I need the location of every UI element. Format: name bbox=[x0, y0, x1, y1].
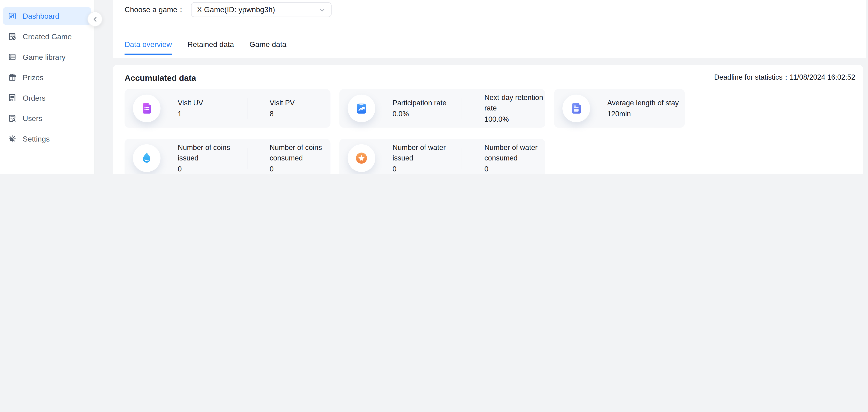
stat-value: 0 bbox=[392, 164, 462, 174]
stat-card-participation-rate: Participation rate0.0%Next-day retention… bbox=[339, 89, 545, 128]
deadline-for-statistics: Deadline for statistics：11/08/2024 16:02… bbox=[714, 72, 855, 82]
stat-number-of-coins-consumed: Number of coins consumed0 bbox=[270, 142, 339, 174]
stat-label: Average length of stay bbox=[607, 98, 686, 108]
prizes-icon bbox=[8, 73, 17, 82]
stat-value: 0 bbox=[270, 164, 339, 174]
visit-doc-icon bbox=[133, 95, 160, 122]
choose-game-label: Choose a game： bbox=[125, 5, 185, 15]
stat-value: 0.0% bbox=[392, 109, 462, 119]
stat-value: 100.0% bbox=[484, 114, 554, 125]
sidebar-item-game-library[interactable]: Game library bbox=[3, 48, 91, 66]
stat-participation-rate: Participation rate0.0% bbox=[392, 98, 462, 119]
water-star-icon bbox=[348, 144, 375, 172]
sidebar-item-label: Game library bbox=[23, 53, 65, 61]
stat-card-visit-uv: Visit UV1Visit PV8 bbox=[125, 89, 331, 128]
sidebar-item-label: Orders bbox=[23, 94, 45, 102]
sidebar-item-prizes[interactable]: Prizes bbox=[3, 69, 91, 87]
divider bbox=[247, 98, 247, 119]
stat-card-number-of-water-issued: Number of water issued0Number of water c… bbox=[339, 139, 545, 174]
tab-bar: Data overviewRetained dataGame data bbox=[125, 40, 286, 55]
accumulated-data-panel: Accumulated data Deadline for statistics… bbox=[113, 65, 863, 174]
game-library-icon bbox=[8, 53, 17, 61]
game-select[interactable]: X Game(ID: ypwnbg3h) bbox=[191, 2, 331, 17]
sidebar-item-label: Settings bbox=[23, 135, 50, 143]
stat-visit-uv: Visit UV1 bbox=[178, 98, 247, 119]
game-select-value: X Game(ID: ypwnbg3h) bbox=[197, 6, 275, 14]
stat-card-number-of-coins-issued: Number of coins issued0Number of coins c… bbox=[125, 139, 331, 174]
stat-label: Number of coins issued bbox=[178, 142, 247, 163]
stat-value: 120min bbox=[607, 109, 686, 119]
tab-game-data[interactable]: Game data bbox=[249, 40, 286, 55]
sidebar-item-settings[interactable]: Settings bbox=[3, 130, 91, 148]
chevron-down-icon bbox=[319, 6, 325, 13]
stat-card-average-length-of-stay: Average length of stay120min bbox=[554, 89, 685, 128]
coins-droplet-icon bbox=[133, 144, 160, 172]
stat-label: Next-day retention rate bbox=[484, 92, 554, 113]
chevron-left-icon bbox=[92, 15, 98, 22]
stat-number-of-water-issued: Number of water issued0 bbox=[392, 142, 462, 174]
orders-icon bbox=[8, 94, 17, 102]
divider bbox=[462, 98, 462, 119]
stat-label: Visit PV bbox=[270, 98, 339, 108]
settings-icon bbox=[8, 134, 17, 143]
stat-label: Visit UV bbox=[178, 98, 247, 108]
stat-value: 0 bbox=[484, 164, 554, 174]
stat-value: 8 bbox=[270, 109, 339, 119]
participation-clipboard-icon bbox=[348, 95, 375, 122]
sidebar-item-label: Prizes bbox=[23, 73, 43, 82]
sidebar-item-label: Created Game bbox=[23, 32, 72, 41]
stat-label: Number of coins consumed bbox=[270, 142, 339, 163]
stat-value: 0 bbox=[178, 164, 247, 174]
tab-retained-data[interactable]: Retained data bbox=[187, 40, 234, 55]
stat-visit-pv: Visit PV8 bbox=[270, 98, 339, 119]
stat-value: 1 bbox=[178, 109, 247, 119]
sidebar-item-label: Users bbox=[23, 114, 42, 123]
stat-average-length-of-stay: Average length of stay120min bbox=[607, 98, 686, 119]
stay-doc-icon bbox=[562, 95, 590, 122]
stat-label: Participation rate bbox=[392, 98, 462, 108]
dashboard-icon bbox=[8, 12, 17, 21]
sidebar-item-dashboard[interactable]: Dashboard bbox=[3, 7, 91, 25]
accumulated-title: Accumulated data bbox=[125, 73, 196, 82]
sidebar-item-created-game[interactable]: Created Game bbox=[3, 28, 91, 45]
sidebar-item-label: Dashboard bbox=[23, 12, 59, 20]
divider bbox=[247, 148, 247, 169]
sidebar: DashboardCreated GameGame libraryPrizesO… bbox=[0, 0, 95, 174]
stat-number-of-coins-issued: Number of coins issued0 bbox=[178, 142, 247, 174]
app: DashboardCreated GameGame libraryPrizesO… bbox=[0, 0, 868, 174]
created-game-icon bbox=[8, 32, 17, 41]
sidebar-item-orders[interactable]: Orders bbox=[3, 89, 91, 107]
users-icon bbox=[8, 114, 17, 123]
deadline-label: Deadline for statistics： bbox=[714, 73, 790, 81]
tab-data-overview[interactable]: Data overview bbox=[125, 40, 172, 55]
header-bar: Choose a game： X Game(ID: ypwnbg3h) Data… bbox=[113, 0, 866, 58]
divider bbox=[462, 148, 462, 169]
stat-label: Number of water issued bbox=[392, 142, 462, 163]
stat-next-day-retention-rate: Next-day retention rate100.0% bbox=[484, 92, 554, 124]
deadline-value: 11/08/2024 16:02:52 bbox=[790, 73, 855, 81]
sidebar-item-users[interactable]: Users bbox=[3, 109, 91, 127]
sidebar-collapse-button[interactable] bbox=[88, 12, 102, 27]
stat-number-of-water-consumed: Number of water consumed0 bbox=[484, 142, 554, 174]
stat-label: Number of water consumed bbox=[484, 142, 554, 163]
